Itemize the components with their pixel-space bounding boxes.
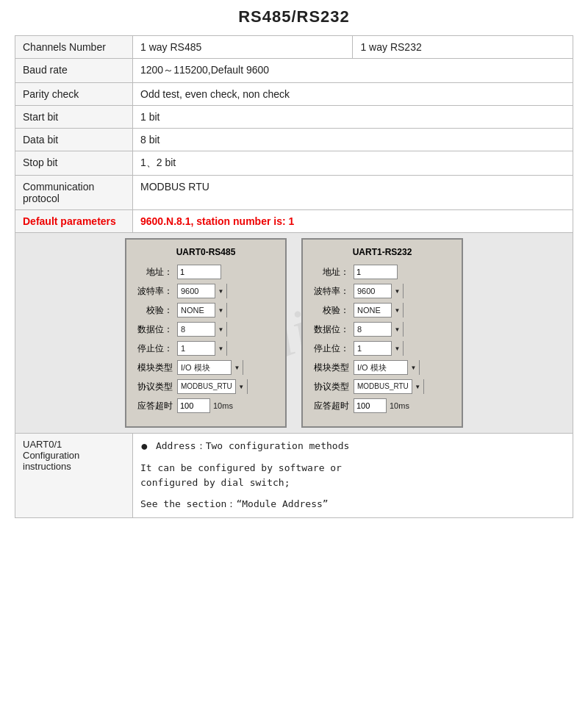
- uart1-stopbits-select[interactable]: 1 ▼: [354, 341, 404, 356]
- uart1-timeout-unit: 10ms: [390, 401, 409, 410]
- uart1-timeout-label: 应答超时: [313, 400, 354, 412]
- table-row-protocol: Communication protocol MODBUS RTU: [15, 176, 573, 210]
- uart0-modtype-val: I/O 模块: [178, 360, 231, 375]
- uart0-prottype-label: 协议类型: [137, 381, 177, 393]
- value-channels-rs485: 1 way RS485: [133, 36, 353, 59]
- uart0-databits-label: 数据位：: [137, 323, 177, 336]
- label-databit: Data bit: [15, 129, 133, 151]
- uart1-prottype-label: 协议类型: [313, 381, 354, 393]
- uart1-parity-arrow[interactable]: ▼: [391, 303, 403, 318]
- screenshot-cell: Cilion UART0-RS485 地址： 波特率：: [15, 233, 573, 434]
- uart1-baud-select[interactable]: 9600 ▼: [354, 284, 404, 298]
- uart0-addr-label: 地址：: [137, 266, 177, 279]
- label-default: Default parameters: [15, 210, 133, 233]
- uart0-baud-select[interactable]: 9600 ▼: [177, 284, 227, 298]
- uart1-parity-label: 校验：: [313, 304, 354, 317]
- uart0-prottype-arrow[interactable]: ▼: [235, 379, 247, 394]
- uart1-timeout-input[interactable]: [354, 398, 387, 413]
- uart0-databits-row: 数据位： 8 ▼: [137, 322, 275, 337]
- instruction-bullet-1: ● Address：Two configuration methods: [140, 439, 565, 455]
- uart1-parity-row: 校验： NONE ▼: [313, 303, 451, 318]
- uart0-parity-arrow[interactable]: ▼: [215, 303, 226, 318]
- uart1-addr-input[interactable]: [354, 265, 398, 279]
- label-parity: Parity check: [15, 83, 133, 106]
- uart1-stopbits-label: 停止位：: [313, 342, 354, 355]
- uart1-prottype-arrow[interactable]: ▼: [412, 379, 423, 394]
- value-default: 9600.N.8.1, station number is: 1: [133, 210, 573, 233]
- uart1-databits-row: 数据位： 8 ▼: [313, 322, 451, 337]
- value-databit: 8 bit: [133, 129, 573, 151]
- uart1-addr-row: 地址：: [313, 265, 451, 279]
- uart1-modtype-select[interactable]: I/O 模块 ▼: [354, 360, 420, 375]
- uart1-databits-select[interactable]: 8 ▼: [354, 322, 404, 337]
- uart0-timeout-row: 应答超时 10ms: [137, 398, 275, 413]
- uart1-databits-val: 8: [354, 322, 391, 337]
- uart1-databits-arrow[interactable]: ▼: [391, 322, 403, 337]
- uart1-parity-select[interactable]: NONE ▼: [354, 303, 404, 318]
- uart0-stopbits-select[interactable]: 1 ▼: [177, 341, 227, 356]
- uart0-timeout-label: 应答超时: [137, 400, 177, 412]
- table-row-default: Default parameters 9600.N.8.1, station n…: [15, 210, 573, 233]
- value-baud: 1200～115200,Default 9600: [133, 59, 573, 83]
- instructions-label-cell: UART0/1 Configuration instructions: [15, 434, 133, 518]
- value-channels-rs232: 1 way RS232: [353, 36, 573, 59]
- uart1-title: UART1-RS232: [313, 247, 451, 257]
- label-channels: Channels Number: [15, 36, 133, 59]
- uart1-modtype-row: 模块类型 I/O 模块 ▼: [313, 360, 451, 375]
- uart0-modtype-row: 模块类型 I/O 模块 ▼: [137, 360, 275, 375]
- uart0-prottype-val: MODBUS_RTU: [178, 379, 235, 394]
- uart1-stopbits-row: 停止位： 1 ▼: [313, 341, 451, 356]
- uart1-modtype-label: 模块类型: [313, 362, 354, 374]
- uart1-stopbits-arrow[interactable]: ▼: [391, 341, 403, 356]
- uart1-panel: UART1-RS232 地址： 波特率： 9600 ▼: [301, 238, 463, 428]
- label-baud: Baud rate: [15, 59, 133, 83]
- uart0-databits-arrow[interactable]: ▼: [215, 322, 226, 337]
- label-protocol: Communication protocol: [15, 176, 133, 210]
- page-title: RS485/RS232: [15, 7, 573, 26]
- uart0-modtype-arrow[interactable]: ▼: [231, 360, 243, 375]
- instruction-para-2: See the section：“Module Address”: [140, 497, 565, 512]
- uart0-stopbits-row: 停止位： 1 ▼: [137, 341, 275, 356]
- uart0-databits-val: 8: [178, 322, 215, 337]
- uart0-prottype-select[interactable]: MODBUS_RTU ▼: [177, 379, 248, 394]
- instruction-para-1: It can be configured by software or conf…: [140, 461, 565, 492]
- table-row-parity: Parity check Odd test, even check, non c…: [15, 83, 573, 106]
- table-row-channels: Channels Number 1 way RS485 1 way RS232: [15, 36, 573, 59]
- table-row-baud: Baud rate 1200～115200,Default 9600: [15, 59, 573, 83]
- uart0-baud-val: 9600: [178, 284, 215, 298]
- uart0-baud-arrow[interactable]: ▼: [215, 284, 226, 298]
- uart1-timeout-row: 应答超时 10ms: [313, 398, 451, 413]
- table-row-databit: Data bit 8 bit: [15, 129, 573, 151]
- instruction-bullet-text-1: Address：Two configuration methods: [156, 439, 349, 454]
- uart0-stopbits-arrow[interactable]: ▼: [215, 341, 226, 356]
- uart1-prottype-row: 协议类型 MODBUS_RTU ▼: [313, 379, 451, 394]
- uart1-baud-arrow[interactable]: ▼: [391, 284, 403, 298]
- uart0-parity-select[interactable]: NONE ▼: [177, 303, 227, 318]
- value-stopbit: 1、2 bit: [133, 151, 573, 176]
- uart0-addr-row: 地址：: [137, 265, 275, 279]
- uart0-parity-row: 校验： NONE ▼: [137, 303, 275, 318]
- uart1-addr-label: 地址：: [313, 266, 354, 279]
- uart1-stopbits-val: 1: [354, 341, 391, 356]
- uart0-parity-label: 校验：: [137, 304, 177, 317]
- uart0-modtype-select[interactable]: I/O 模块 ▼: [177, 360, 243, 375]
- uart1-prottype-val: MODBUS_RTU: [354, 379, 412, 394]
- uart0-stopbits-val: 1: [178, 341, 215, 356]
- uart0-timeout-input[interactable]: [177, 398, 210, 413]
- table-row-screenshot: Cilion UART0-RS485 地址： 波特率：: [15, 233, 573, 434]
- uart1-modtype-arrow[interactable]: ▼: [407, 360, 419, 375]
- uart0-databits-select[interactable]: 8 ▼: [177, 322, 227, 337]
- uart0-addr-input[interactable]: [177, 265, 221, 279]
- uart0-baud-row: 波特率： 9600 ▼: [137, 284, 275, 298]
- uart0-timeout-unit: 10ms: [213, 401, 233, 410]
- uart1-baud-row: 波特率： 9600 ▼: [313, 284, 451, 298]
- uart1-prottype-select[interactable]: MODBUS_RTU ▼: [354, 379, 424, 394]
- value-startbit: 1 bit: [133, 106, 573, 129]
- value-protocol: MODBUS RTU: [133, 176, 573, 210]
- table-row-startbit: Start bit 1 bit: [15, 106, 573, 129]
- uart0-parity-val: NONE: [178, 303, 215, 318]
- uart0-panel: UART0-RS485 地址： 波特率： 9600 ▼: [125, 238, 287, 428]
- label-startbit: Start bit: [15, 106, 133, 129]
- value-parity: Odd test, even check, non check: [133, 83, 573, 106]
- instructions-label: UART0/1 Configuration instructions: [23, 439, 125, 472]
